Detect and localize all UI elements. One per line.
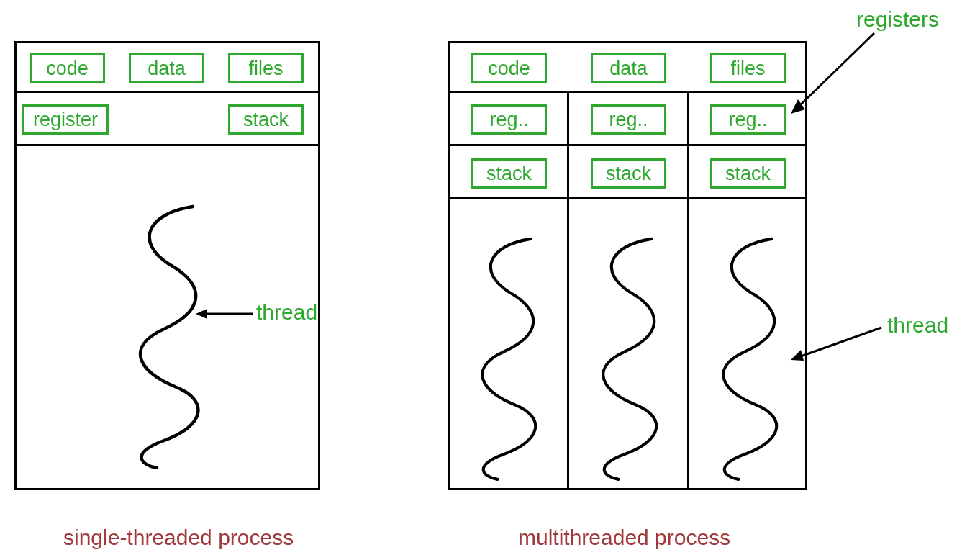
multi-reg-box-2: reg.. <box>710 104 786 135</box>
multi-registers-arrow-icon <box>788 30 881 117</box>
single-stack-label: stack <box>243 109 289 131</box>
multi-thread-wave-icon-0 <box>468 230 550 486</box>
single-thread-annotation: thread <box>256 300 317 325</box>
multi-data-label: data <box>609 58 648 80</box>
single-divider-1 <box>17 91 318 93</box>
single-code-box: code <box>30 53 105 83</box>
single-data-label: data <box>148 58 186 80</box>
svg-marker-1 <box>196 309 207 319</box>
multi-stack-label-0: stack <box>486 163 532 185</box>
multi-caption: multithreaded process <box>518 525 730 550</box>
multi-col-divider-1 <box>567 91 569 488</box>
multi-data-box: data <box>591 53 666 83</box>
multi-code-label: code <box>488 58 530 80</box>
svg-line-2 <box>799 33 874 107</box>
multi-stack-box-2: stack <box>710 158 786 189</box>
single-files-label: files <box>248 58 283 80</box>
multi-reg-label-2: reg.. <box>728 109 767 131</box>
single-stack-box: stack <box>228 104 304 135</box>
multi-thread-wave-icon-1 <box>589 230 671 486</box>
multi-thread-wave-icon-2 <box>709 230 791 486</box>
single-code-label: code <box>46 58 89 80</box>
single-data-box: data <box>129 53 204 83</box>
multi-reg-label-0: reg.. <box>489 109 528 131</box>
single-thread-arrow-icon <box>196 304 255 323</box>
multi-stack-label-1: stack <box>606 163 651 185</box>
multi-divider-1 <box>450 91 805 93</box>
single-files-box: files <box>228 53 304 83</box>
multi-reg-box-0: reg.. <box>471 104 547 135</box>
multi-stack-box-1: stack <box>591 158 666 189</box>
single-register-box: register <box>22 104 109 135</box>
multi-divider-2 <box>450 144 805 146</box>
multi-code-box: code <box>471 53 547 83</box>
single-thread-wave-icon <box>124 203 214 469</box>
multi-thread-annotation: thread <box>887 313 948 338</box>
single-register-label: register <box>33 109 98 131</box>
single-caption: single-threaded process <box>63 525 294 550</box>
multi-stack-box-0: stack <box>471 158 547 189</box>
multi-thread-arrow-icon <box>788 324 885 367</box>
multithreaded-frame: code data files reg.. reg.. reg.. stack … <box>448 41 807 490</box>
multi-files-box: files <box>710 53 786 83</box>
multi-reg-label-1: reg.. <box>609 109 648 131</box>
single-threaded-frame: code data files register stack <box>14 41 320 490</box>
multi-files-label: files <box>730 58 765 80</box>
multi-col-divider-2 <box>687 91 689 488</box>
svg-line-4 <box>801 328 881 356</box>
multi-stack-label-2: stack <box>725 163 771 185</box>
svg-marker-5 <box>791 350 804 361</box>
multi-divider-3 <box>450 197 805 199</box>
single-divider-2 <box>17 144 318 146</box>
diagram-root: code data files register stack thread si… <box>0 0 980 560</box>
multi-reg-box-1: reg.. <box>591 104 666 135</box>
multi-registers-annotation: registers <box>856 7 939 32</box>
